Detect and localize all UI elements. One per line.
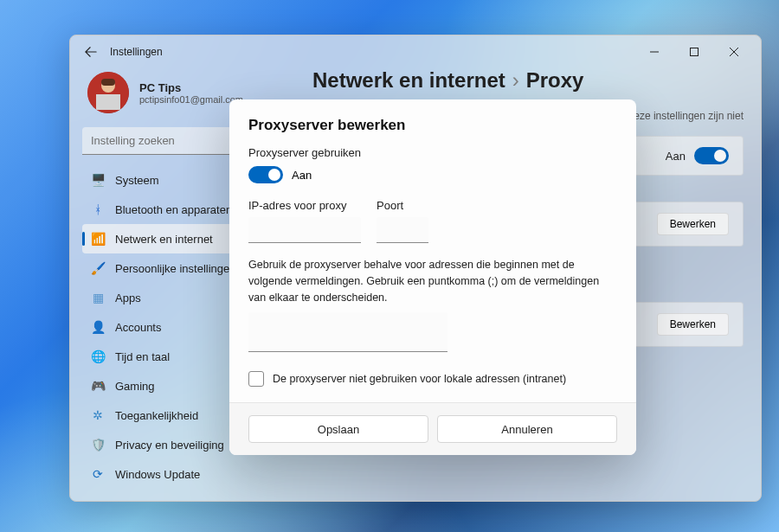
exceptions-hint: Gebruik de proxyserver behalve voor adre… xyxy=(248,257,617,305)
proxy-ip-input[interactable] xyxy=(248,217,361,243)
use-proxy-label: Proxyserver gebruiken xyxy=(248,146,617,159)
toggle-state-label: Aan xyxy=(292,169,312,182)
port-label: Poort xyxy=(377,199,428,212)
save-button[interactable]: Opslaan xyxy=(248,415,428,443)
dialog-title: Proxyserver bewerken xyxy=(248,117,617,134)
bypass-local-checkbox[interactable] xyxy=(248,371,264,387)
ip-label: IP-adres voor proxy xyxy=(248,199,361,212)
bypass-local-label: De proxyserver niet gebruiken voor lokal… xyxy=(273,373,566,385)
dialog-footer: Opslaan Annuleren xyxy=(229,402,636,455)
cancel-button[interactable]: Annuleren xyxy=(437,415,617,443)
proxy-port-input[interactable] xyxy=(377,217,428,243)
proxy-edit-dialog: Proxyserver bewerken Proxyserver gebruik… xyxy=(229,99,636,455)
exceptions-input[interactable] xyxy=(248,312,447,352)
use-proxy-toggle[interactable] xyxy=(248,166,283,183)
